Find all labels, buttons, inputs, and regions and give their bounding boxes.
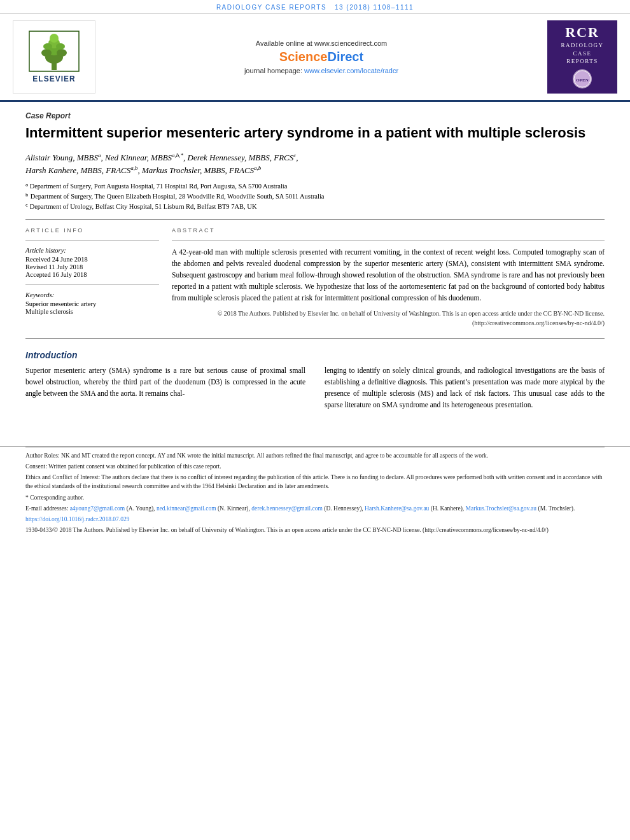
volume-issue: 13 (2018) 1108–1111	[335, 4, 414, 11]
affiliation-b: ᵇ Department of Surgery, The Queen Eliza…	[25, 192, 605, 202]
email-5-link[interactable]: Markus.Trochsler@sa.gov.au	[466, 505, 536, 512]
abstract-column: Abstract A 42-year-old man with multiple…	[172, 227, 605, 328]
divider-article-info	[25, 240, 159, 241]
keyword-1: Superior mesenteric artery	[25, 300, 159, 307]
accepted-date: Accepted 16 July 2018	[25, 271, 159, 278]
divider-after-abstract	[25, 338, 605, 339]
abstract-header: Abstract	[172, 227, 605, 234]
email-3-name: (D. Hennessey),	[324, 505, 363, 512]
email-line: E-mail addresses: a4young7@gmail.com (A.…	[25, 504, 605, 513]
article-history: Article history: Received 24 June 2018 R…	[25, 247, 159, 278]
divider-abstract	[172, 240, 605, 241]
article-info-abstract-section: Article Info Article history: Received 2…	[25, 227, 605, 328]
elsevier-tree-icon	[29, 31, 80, 72]
svg-text:OPEN: OPEN	[576, 78, 588, 83]
rcr-badge-icon: OPEN	[573, 69, 592, 88]
article-info-header: Article Info	[25, 227, 159, 234]
article-type-label: Case Report	[25, 111, 605, 120]
sciencedirect-logo[interactable]: ScienceDirect	[279, 50, 363, 64]
email-2-link[interactable]: ned.kinnear@gmail.com	[157, 505, 216, 512]
svg-point-6	[43, 43, 52, 50]
doi-link[interactable]: https://doi.org/10.1016/j.radcr.2018.07.…	[25, 516, 129, 522]
svg-point-3	[41, 49, 52, 57]
header-center: Available online at www.sciencedirect.co…	[102, 20, 541, 94]
email-1-link[interactable]: a4young7@gmail.com	[70, 505, 125, 512]
page: Radiology Case Reports 13 (2018) 1108–11…	[0, 0, 630, 840]
rcr-logo: RCR RADIOLOGY CASE REPORTS OPEN	[547, 20, 617, 94]
rcr-subtitle-text: RADIOLOGY CASE REPORTS	[561, 41, 604, 66]
email-2-name: (N. Kinnear),	[218, 505, 250, 512]
affiliation-c: ᶜ Department of Urology, Belfast City Ho…	[25, 202, 605, 212]
email-1-name: (A. Young),	[127, 505, 155, 512]
footnotes-section: Author Roles: NK and MT created the repo…	[0, 446, 630, 550]
email-4-name: (H. Kanhere),	[431, 505, 465, 512]
header-section: ELSEVIER Available online at www.science…	[0, 14, 630, 102]
article-info-column: Article Info Article history: Received 2…	[25, 227, 159, 328]
direct-text: Direct	[327, 50, 363, 64]
svg-point-8	[50, 34, 59, 43]
keyword-2: Multiple sclerosis	[25, 308, 159, 315]
revised-date: Revised 11 July 2018	[25, 263, 159, 270]
email-5-name: (M. Trochsler).	[538, 505, 575, 512]
footnotes-divider	[25, 447, 605, 447]
keywords-section: Keywords: Superior mesenteric artery Mul…	[25, 291, 159, 315]
received-date: Received 24 June 2018	[25, 256, 159, 263]
journal-title: Radiology Case Reports	[216, 4, 326, 11]
introduction-two-col: Superior mesenteric artery (SMA) syndrom…	[25, 365, 605, 410]
license-note: 1930-0433/© 2018 The Authors. Published …	[25, 526, 605, 535]
affiliation-a: ᵃ Department of Surgery, Port Augusta Ho…	[25, 181, 605, 192]
ethics-note: Ethics and Conflict of Interest: The aut…	[25, 473, 605, 491]
keywords-label: Keywords:	[25, 291, 159, 298]
divider-keywords	[25, 284, 159, 285]
introduction-title: Introduction	[25, 350, 605, 360]
elsevier-logo: ELSEVIER	[13, 20, 95, 94]
introduction-col1: Superior mesenteric artery (SMA) syndrom…	[25, 365, 305, 410]
consent-note: Consent: Written patient consent was obt…	[25, 462, 605, 471]
email-4-link[interactable]: Harsh.Kanhere@sa.gov.au	[365, 505, 429, 512]
emails-label: E-mail addresses:	[25, 505, 68, 512]
journal-homepage-url[interactable]: www.elsevier.com/locate/radcr	[304, 67, 398, 74]
author-roles-note: Author Roles: NK and MT created the repo…	[25, 451, 605, 460]
svg-point-7	[56, 43, 65, 50]
svg-point-4	[57, 49, 67, 57]
introduction-col2: lenging to identify on solely clinical g…	[325, 365, 605, 410]
history-label: Article history:	[25, 247, 159, 254]
article-title: Intermittent superior mesenteric artery …	[25, 124, 605, 143]
email-3-link[interactable]: derek.hennessey@gmail.com	[251, 505, 323, 512]
main-content: Case Report Intermittent superior mesent…	[0, 102, 630, 421]
authors-line: Alistair Young, MBBSa, Ned Kinnear, MBBS…	[25, 151, 605, 176]
affiliations: ᵃ Department of Surgery, Port Augusta Ho…	[25, 181, 605, 211]
corresponding-note: * Corresponding author.	[25, 493, 605, 502]
abstract-text: A 42-year-old man with multiple sclerosi…	[172, 247, 605, 304]
copyright-text: © 2018 The Authors. Published by Elsevie…	[172, 309, 605, 328]
science-text: Science	[279, 50, 328, 64]
journal-header-bar: Radiology Case Reports 13 (2018) 1108–11…	[0, 0, 630, 14]
divider-after-affiliations	[25, 219, 605, 220]
body-section: Introduction Superior mesenteric artery …	[25, 350, 605, 410]
journal-homepage-line: journal homepage: www.elsevier.com/locat…	[244, 67, 398, 74]
elsevier-wordmark: ELSEVIER	[32, 74, 75, 83]
rcr-title-text: RCR	[565, 25, 599, 39]
available-online-text: Available online at www.sciencedirect.co…	[256, 39, 387, 47]
